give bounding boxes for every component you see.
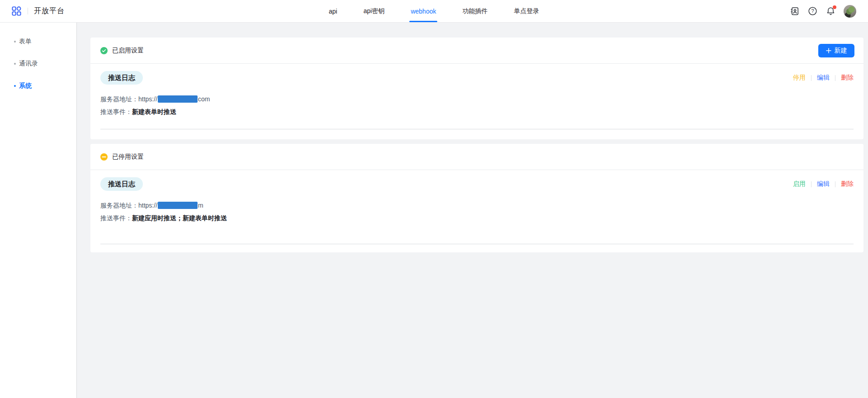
tab-api-secret[interactable]: api密钥: [363, 0, 385, 22]
sidebar-item-label: 通讯录: [19, 60, 38, 68]
server-address-label: 服务器地址：: [100, 95, 138, 103]
top-header: 开放平台 api api密钥 webhook 功能插件 单点登录 ?: [0, 0, 868, 23]
header-left: 开放平台: [0, 6, 65, 16]
plus-icon: [826, 48, 831, 53]
sidebar-item-contacts[interactable]: 通讯录: [0, 52, 76, 75]
edit-action[interactable]: 编辑: [817, 180, 830, 188]
action-separator: [811, 181, 811, 187]
sidebar-item-system[interactable]: 系统: [0, 75, 76, 97]
sidebar-item-forms[interactable]: 表单: [0, 30, 76, 52]
new-button-label: 新建: [835, 47, 847, 55]
contact-book-icon[interactable]: [789, 6, 799, 16]
section-title: 已启用设置: [112, 47, 144, 55]
svg-text:?: ?: [811, 8, 814, 14]
push-event-label: 推送事件：: [100, 214, 132, 222]
notification-bell-icon[interactable]: [826, 6, 835, 16]
main-content: 已启用设置 新建 推送日志 停用 编辑 删除 服务器地址：htt: [77, 23, 868, 398]
server-address-label: 服务器地址：: [100, 202, 138, 209]
action-separator: [835, 75, 835, 81]
edit-action[interactable]: 编辑: [817, 74, 830, 82]
server-url-prefix: https://: [138, 95, 157, 103]
notification-badge-dot: [833, 5, 836, 9]
bullet-dot-icon: [14, 85, 16, 87]
server-url-suffix: m: [198, 202, 203, 209]
bullet-dot-icon: [14, 41, 16, 43]
bullet-dot-icon: [14, 63, 16, 65]
minus-circle-icon: [100, 153, 108, 161]
header-right: ?: [789, 5, 868, 18]
enabled-settings-card: 已启用设置 新建 推送日志 停用 编辑 删除 服务器地址：htt: [90, 38, 863, 139]
delete-action[interactable]: 删除: [841, 180, 854, 188]
webhook-name-badge: 推送日志: [100, 177, 143, 191]
item-actions: 停用 编辑 删除: [793, 74, 854, 82]
help-icon[interactable]: ?: [807, 6, 817, 16]
action-separator: [811, 75, 811, 81]
disable-action[interactable]: 停用: [793, 74, 806, 82]
webhook-item: 推送日志 启用 编辑 删除 服务器地址：https://m 推送事件：新建应用时…: [90, 177, 863, 252]
item-actions: 启用 编辑 删除: [793, 180, 854, 188]
server-address-line: 服务器地址：https://m: [100, 200, 854, 210]
webhook-name-badge: 推送日志: [100, 71, 143, 85]
sidebar: 表单 通讯录 系统: [0, 23, 77, 398]
push-event-line: 推送事件：新建表单时推送: [100, 107, 854, 117]
push-event-label: 推送事件：: [100, 108, 132, 115]
enabled-card-header: 已启用设置 新建: [90, 38, 863, 64]
app-title: 开放平台: [34, 6, 65, 16]
disabled-card-header: 已停用设置: [90, 144, 863, 170]
sidebar-item-label: 表单: [19, 38, 32, 46]
tab-api[interactable]: api: [329, 0, 337, 22]
push-event-line: 推送事件：新建应用时推送；新建表单时推送: [100, 213, 854, 223]
server-url-prefix: https://: [138, 202, 157, 209]
delete-action[interactable]: 删除: [841, 74, 854, 82]
enable-action[interactable]: 启用: [793, 180, 806, 188]
check-circle-icon: [100, 47, 108, 54]
redacted-url-block: [158, 202, 198, 209]
server-url-suffix: com: [198, 95, 210, 103]
section-title: 已停用设置: [112, 153, 144, 161]
header-divider: [28, 8, 28, 14]
new-button[interactable]: 新建: [818, 44, 854, 57]
webhook-item: 推送日志 停用 编辑 删除 服务器地址：https://com 推送事件：新建表…: [90, 71, 863, 139]
server-address-line: 服务器地址：https://com: [100, 94, 854, 104]
redacted-url-block: [158, 95, 198, 103]
top-nav: api api密钥 webhook 功能插件 单点登录: [329, 0, 539, 22]
push-event-value: 新建表单时推送: [132, 108, 176, 115]
tab-webhook[interactable]: webhook: [411, 0, 436, 22]
tab-sso[interactable]: 单点登录: [514, 0, 539, 22]
user-avatar[interactable]: [844, 5, 856, 18]
push-event-value: 新建应用时推送；新建表单时推送: [132, 214, 227, 222]
sidebar-item-label: 系统: [19, 82, 32, 90]
apps-grid-icon[interactable]: [12, 6, 22, 16]
action-separator: [835, 181, 835, 187]
disabled-settings-card: 已停用设置 推送日志 启用 编辑 删除 服务器地址：https://m 推送事件…: [90, 144, 863, 252]
tab-plugins[interactable]: 功能插件: [462, 0, 488, 22]
